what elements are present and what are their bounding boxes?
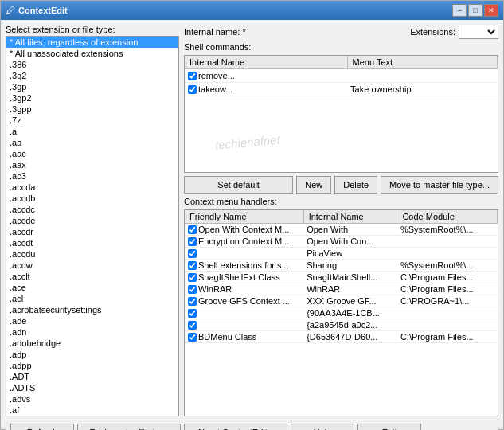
listbox-item[interactable]: .7z: [6, 115, 178, 126]
shell-checkbox[interactable]: [188, 85, 197, 94]
listbox-item[interactable]: .ade: [6, 315, 178, 326]
handler-friendly-cell: Open With Context M...: [185, 224, 303, 236]
handler-table-row[interactable]: PicaView: [185, 248, 498, 260]
listbox-item[interactable]: .acrobatsecuritysettings: [6, 304, 178, 315]
handler-friendly-name: BDMenu Class: [198, 332, 256, 342]
listbox-item[interactable]: .a: [6, 126, 178, 137]
shell-table-container: Internal Name Menu Text remove... takeow…: [184, 55, 498, 173]
listbox-item[interactable]: .accdb: [6, 193, 178, 204]
set-default-button[interactable]: Set default: [184, 176, 293, 194]
handler-friendly-cell: WinRAR: [185, 283, 303, 295]
shell-col-menu: Menu Text: [347, 56, 497, 69]
minimize-button[interactable]: –: [452, 4, 467, 17]
shell-checkbox[interactable]: [188, 72, 197, 80]
handler-checkbox[interactable]: [188, 321, 197, 330]
handler-table-row[interactable]: Encryption Context M... Open With Con...: [185, 236, 498, 248]
extension-label: Select extension or file type:: [6, 25, 179, 34]
handler-checkbox[interactable]: [188, 249, 197, 258]
handler-table-row[interactable]: Open With Context M... Open With %System…: [185, 224, 498, 236]
listbox-item[interactable]: .ac3: [6, 170, 178, 182]
handler-friendly-cell: [185, 248, 303, 260]
listbox-item[interactable]: .3gp2: [6, 92, 178, 104]
content-area: Select extension or file type: * All fil…: [6, 25, 498, 416]
handlers-table-container[interactable]: Friendly Name Internal Name Code Module …: [184, 209, 498, 416]
listbox-item[interactable]: .accdc: [6, 204, 178, 215]
handler-table-row[interactable]: WinRAR WinRAR C:\Program Files...: [185, 283, 498, 295]
listbox-item[interactable]: .acclt: [6, 271, 178, 282]
window-title: ContextEdit: [18, 6, 68, 15]
listbox-item[interactable]: .adpp: [6, 360, 178, 371]
handler-code-cell: C:\Program Files...: [397, 331, 498, 343]
listbox-item[interactable]: .adobebridge: [6, 338, 178, 349]
listbox-item[interactable]: .ace: [6, 282, 178, 293]
listbox-item[interactable]: .3gpp: [6, 104, 178, 115]
exit-button[interactable]: Exit: [357, 424, 421, 430]
listbox-item[interactable]: .acl: [6, 293, 178, 304]
handler-checkbox[interactable]: [188, 237, 197, 246]
refresh-button[interactable]: Refresh: [10, 424, 74, 430]
listbox-item[interactable]: .3g2: [6, 70, 178, 81]
shell-internal-cell: takeow...: [185, 83, 347, 96]
new-button[interactable]: New: [296, 176, 331, 194]
shell-table-row[interactable]: takeow... Take ownership: [185, 83, 498, 96]
listbox-item[interactable]: .accde: [6, 215, 178, 226]
handler-checkbox[interactable]: [188, 309, 197, 318]
handler-table-row[interactable]: Shell extensions for s... Sharing %Syste…: [185, 260, 498, 272]
title-bar-left: 🖊 ContextEdit: [6, 5, 68, 16]
maximize-button[interactable]: □: [468, 4, 483, 17]
listbox-item[interactable]: .af: [6, 405, 178, 416]
listbox-item[interactable]: .aax: [6, 159, 178, 170]
handler-checkbox[interactable]: [188, 333, 197, 342]
close-button[interactable]: ✕: [484, 4, 498, 17]
shell-commands-label: Shell commands:: [184, 42, 498, 52]
listbox-item[interactable]: .accdr: [6, 226, 178, 237]
handlers-table: Friendly Name Internal Name Code Module …: [185, 210, 498, 343]
about-button[interactable]: About ContextEdit...: [184, 424, 287, 430]
handler-internal-cell: Sharing: [303, 260, 397, 272]
listbox-item[interactable]: .accdu: [6, 248, 178, 260]
extension-listbox[interactable]: * All files, regardless of extension* Al…: [6, 36, 179, 416]
listbox-item[interactable]: .aac: [6, 148, 178, 159]
listbox-item[interactable]: .acdw: [6, 260, 178, 271]
left-panel: Select extension or file type: * All fil…: [6, 25, 179, 416]
listbox-item[interactable]: .aa: [6, 137, 178, 148]
listbox-item[interactable]: .accda: [6, 182, 178, 193]
listbox-item[interactable]: .ADTS: [6, 382, 178, 393]
shell-menu-cell: [347, 69, 497, 83]
handler-checkbox[interactable]: [188, 285, 197, 294]
find-master-button[interactable]: Find master file type: [77, 424, 181, 430]
extensions-combo[interactable]: [459, 25, 498, 39]
handler-table-row[interactable]: Groove GFS Context ... XXX Groove GF... …: [185, 295, 498, 307]
listbox-item[interactable]: .3gp: [6, 81, 178, 92]
listbox-item[interactable]: * All files, regardless of extension: [6, 37, 178, 48]
move-to-master-button[interactable]: Move to master file type...: [381, 176, 498, 194]
handler-internal-cell: WinRAR: [303, 283, 397, 295]
handler-table-row[interactable]: {a2a9545d-a0c2...: [185, 319, 498, 331]
listbox-item[interactable]: * All unassociated extensions: [6, 48, 178, 59]
delete-button[interactable]: Delete: [334, 176, 377, 194]
handler-code-cell: C:\Program Files...: [397, 283, 498, 295]
handler-checkbox[interactable]: [188, 261, 197, 270]
extensions-row: Extensions:: [410, 25, 498, 39]
handler-table-row[interactable]: {90AA3A4E-1CB...: [185, 307, 498, 319]
handler-table-row[interactable]: SnagItShellExt Class SnagItMainShell... …: [185, 272, 498, 283]
handler-friendly-cell: Encryption Context M...: [185, 236, 303, 248]
handler-friendly-cell: Groove GFS Context ...: [185, 295, 303, 307]
shell-table-row[interactable]: remove...: [185, 69, 498, 83]
listbox-item[interactable]: .ADT: [6, 371, 178, 382]
listbox-item[interactable]: .advs: [6, 393, 178, 405]
handler-checkbox[interactable]: [188, 273, 197, 282]
listbox-item[interactable]: .386: [6, 59, 178, 70]
handler-internal-cell: SnagItMainShell...: [303, 272, 397, 283]
handler-table-row[interactable]: BDMenu Class {D653647D-D60... C:\Program…: [185, 331, 498, 343]
handler-friendly-name: Shell extensions for s...: [198, 260, 289, 270]
help-button[interactable]: Help: [291, 424, 354, 430]
handler-code-cell: %SystemRoot%\...: [397, 224, 498, 236]
listbox-item[interactable]: .adp: [6, 349, 178, 360]
handler-checkbox[interactable]: [188, 225, 197, 234]
listbox-item[interactable]: .accdt: [6, 237, 178, 248]
listbox-item[interactable]: .adn: [6, 326, 178, 338]
handler-checkbox[interactable]: [188, 297, 197, 306]
handler-internal-cell: XXX Groove GF...: [303, 295, 397, 307]
handler-code-cell: C:\Program Files...: [397, 272, 498, 283]
